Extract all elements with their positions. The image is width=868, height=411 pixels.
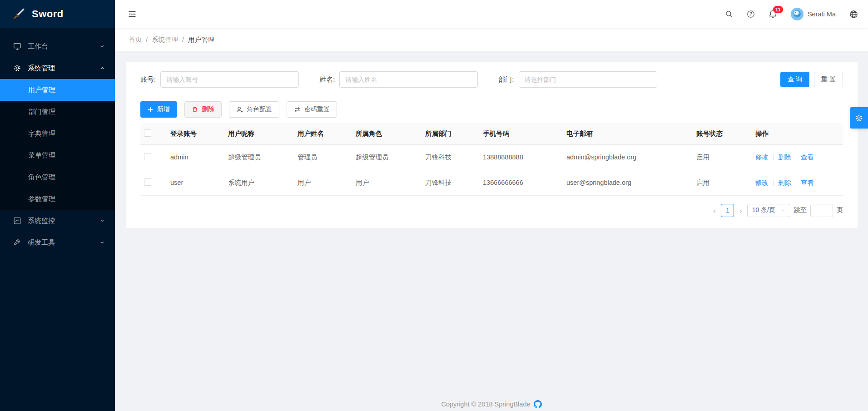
breadcrumb-current: 用户管理 bbox=[188, 35, 214, 44]
main-content: 账号: 姓名: 部门: 查 询 重 置 新增 bbox=[115, 51, 868, 411]
name-label: 姓名: bbox=[319, 75, 335, 84]
sidebar-item-system-management[interactable]: 系统管理 bbox=[0, 57, 115, 79]
reset-button[interactable]: 重 置 bbox=[814, 72, 843, 87]
sidebar-item-dept-management[interactable]: 部门管理 bbox=[0, 101, 115, 123]
plus-icon bbox=[148, 107, 154, 113]
cell-phone: 13666666666 bbox=[479, 170, 563, 195]
row-checkbox[interactable] bbox=[144, 153, 151, 160]
jump-label: 跳至 bbox=[794, 206, 807, 214]
sidebar-item-role-management[interactable]: 角色管理 bbox=[0, 166, 115, 188]
gear-icon bbox=[13, 64, 22, 72]
select-all-checkbox[interactable] bbox=[144, 129, 151, 137]
password-reset-button[interactable]: 密码重置 bbox=[287, 101, 337, 118]
breadcrumb-separator: / bbox=[182, 36, 184, 43]
action-divider bbox=[773, 154, 774, 160]
col-login-account: 登录账号 bbox=[167, 123, 224, 144]
page-number-button[interactable]: 1 bbox=[721, 204, 734, 217]
delete-button[interactable]: 删除 bbox=[184, 101, 222, 118]
notification-badge: 11 bbox=[773, 5, 784, 14]
user-menu[interactable]: Serati Ma bbox=[791, 8, 836, 20]
delete-link[interactable]: 删除 bbox=[778, 179, 791, 186]
footer: Copyright © 2018 SpringBlade bbox=[115, 400, 868, 408]
breadcrumb-section[interactable]: 系统管理 bbox=[152, 35, 178, 44]
add-button[interactable]: 新增 bbox=[140, 101, 177, 118]
col-email: 电子邮箱 bbox=[563, 123, 693, 144]
edit-link[interactable]: 修改 bbox=[755, 154, 769, 161]
sidebar-item-user-management[interactable]: 用户管理 bbox=[0, 79, 115, 101]
chevron-down-icon bbox=[99, 240, 105, 245]
menu-fold-icon[interactable] bbox=[128, 10, 137, 18]
brand-logo[interactable]: Sword bbox=[0, 0, 115, 28]
page-unit-label: 页 bbox=[837, 206, 843, 214]
copyright-text: Copyright © 2018 SpringBlade bbox=[441, 401, 530, 408]
next-page-icon[interactable]: › bbox=[738, 206, 743, 215]
sidebar: Sword 工作台 系统管理 bbox=[0, 0, 115, 411]
table-header-row: 登录账号 用户昵称 用户姓名 所属角色 所属部门 手机号码 电子邮箱 账号状态 … bbox=[140, 123, 843, 144]
submenu-item-label: 参数管理 bbox=[28, 195, 55, 203]
jump-page-input[interactable] bbox=[810, 204, 833, 217]
add-button-label: 新增 bbox=[157, 105, 170, 114]
github-icon[interactable] bbox=[534, 400, 542, 408]
sidebar-item-label: 工作台 bbox=[28, 42, 99, 51]
cell-name: 用户 bbox=[294, 170, 352, 195]
delete-link[interactable]: 删除 bbox=[778, 154, 791, 161]
action-divider bbox=[796, 180, 796, 186]
system-management-submenu: 用户管理 部门管理 字典管理 菜单管理 角色管理 参数管理 bbox=[0, 79, 115, 210]
role-config-button-label: 角色配置 bbox=[247, 105, 272, 114]
cell-role: 用户 bbox=[352, 170, 422, 195]
notifications-bell-icon[interactable]: 11 bbox=[769, 10, 777, 19]
sidebar-item-dev-tools[interactable]: 研发工具 bbox=[0, 232, 115, 253]
sidebar-item-system-monitor[interactable]: 系统监控 bbox=[0, 210, 115, 232]
sidebar-item-label: 研发工具 bbox=[28, 238, 99, 247]
submenu-item-label: 菜单管理 bbox=[28, 151, 55, 160]
sidebar-item-workbench[interactable]: 工作台 bbox=[0, 35, 115, 57]
language-globe-icon[interactable] bbox=[849, 10, 858, 19]
sidebar-item-param-management[interactable]: 参数管理 bbox=[0, 188, 115, 210]
desktop-icon bbox=[13, 42, 22, 50]
help-icon[interactable] bbox=[747, 10, 755, 18]
cell-actions: 修改删除查看 bbox=[752, 170, 843, 195]
search-actions: 查 询 重 置 bbox=[780, 72, 843, 87]
pagination: ‹ 1 › 10 条/页 跳至 页 bbox=[140, 204, 843, 217]
sidebar-item-menu-management[interactable]: 菜单管理 bbox=[0, 144, 115, 166]
chevron-down-icon bbox=[99, 44, 105, 49]
sidebar-item-label: 系统监控 bbox=[28, 217, 99, 225]
action-divider bbox=[796, 154, 796, 160]
view-link[interactable]: 查看 bbox=[801, 179, 814, 186]
cell-name: 管理员 bbox=[294, 144, 352, 170]
gear-icon bbox=[854, 114, 863, 123]
prev-page-icon[interactable]: ‹ bbox=[712, 206, 717, 215]
theme-settings-button[interactable] bbox=[850, 107, 868, 129]
role-config-button[interactable]: 角色配置 bbox=[229, 101, 279, 118]
row-checkbox[interactable] bbox=[144, 178, 151, 186]
account-input[interactable] bbox=[160, 71, 299, 88]
cell-nickname: 系统用户 bbox=[224, 170, 294, 195]
search-icon[interactable] bbox=[725, 10, 733, 18]
cell-dept: 刀锋科技 bbox=[422, 144, 479, 170]
search-button[interactable]: 查 询 bbox=[780, 72, 809, 87]
breadcrumb-separator: / bbox=[146, 36, 148, 43]
chevron-down-icon bbox=[99, 218, 105, 223]
top-bar: 11 Serati Ma bbox=[115, 0, 868, 28]
sidebar-item-label: 系统管理 bbox=[28, 64, 99, 73]
page-size-select[interactable]: 10 条/页 bbox=[747, 204, 790, 217]
brand-name: Sword bbox=[32, 8, 64, 20]
submenu-item-label: 用户管理 bbox=[28, 86, 55, 94]
dept-select[interactable] bbox=[519, 71, 657, 88]
cell-status: 启用 bbox=[693, 170, 752, 195]
breadcrumb-home[interactable]: 首页 bbox=[129, 35, 142, 44]
swap-icon bbox=[294, 107, 301, 113]
wrench-icon bbox=[13, 238, 22, 247]
cell-dept: 刀锋科技 bbox=[422, 170, 479, 195]
cell-phone: 13888888888 bbox=[479, 144, 563, 170]
sidebar-menu: 工作台 系统管理 用户管理 部门管理 bbox=[0, 28, 115, 253]
view-link[interactable]: 查看 bbox=[801, 154, 814, 161]
name-input[interactable] bbox=[339, 71, 478, 88]
edit-link[interactable]: 修改 bbox=[755, 179, 769, 186]
table-row: user 系统用户 用户 用户 刀锋科技 13666666666 user@sp… bbox=[140, 170, 843, 195]
col-dept: 所属部门 bbox=[422, 123, 479, 144]
password-reset-button-label: 密码重置 bbox=[304, 105, 330, 114]
user-management-card: 账号: 姓名: 部门: 查 询 重 置 新增 bbox=[126, 62, 858, 228]
sidebar-item-dict-management[interactable]: 字典管理 bbox=[0, 123, 115, 144]
dept-label: 部门: bbox=[498, 75, 514, 84]
